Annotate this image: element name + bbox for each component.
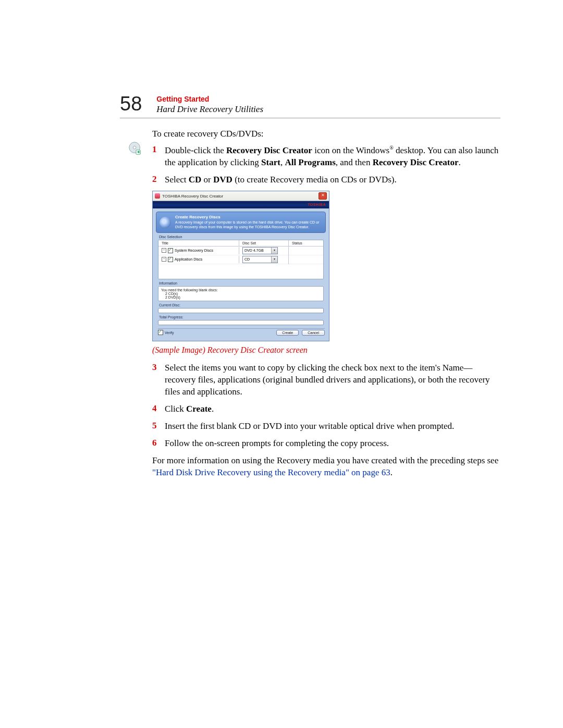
checkbox-icon <box>158 330 163 335</box>
row-status <box>289 250 323 252</box>
page-number: 58 <box>120 94 142 114</box>
page-header: 58 Getting Started Hard Drive Recovery U… <box>120 94 500 118</box>
disc-shortcut-icon <box>128 141 143 156</box>
dialog-button-bar: Verify Create Cancel <box>158 328 325 338</box>
col-status: Status <box>289 240 323 246</box>
footer-paragraph: For more information on using the Recove… <box>152 455 500 479</box>
app-icon <box>155 193 160 199</box>
chevron-down-icon: ▾ <box>271 256 277 263</box>
step-body: Insert the first blank CD or DVD into yo… <box>165 421 500 433</box>
information-text: You need the following blank discs: 2 CD… <box>158 286 324 301</box>
step-3: 3 Select the items you want to copy by c… <box>152 362 500 398</box>
disc-icon <box>160 217 171 228</box>
brand-bar: TOSHIBA <box>153 201 329 208</box>
step-number: 6 <box>152 438 165 448</box>
step-5: 5 Insert the first blank CD or DVD into … <box>152 421 500 433</box>
recovery-disc-creator-dialog: TOSHIBA Recovery Disc Creator ✕ TOSHIBA … <box>152 191 329 341</box>
row-checkbox[interactable] <box>168 257 173 262</box>
step-body: Select CD or DVD (to create Recovery med… <box>165 174 500 186</box>
grid-empty-area <box>158 264 323 279</box>
disc-selection-label: Disc Selection <box>159 235 329 239</box>
cross-reference-link[interactable]: "Hard Disk Drive Recovery using the Reco… <box>152 467 390 477</box>
information-label: Information <box>159 281 324 285</box>
step-number: 1 <box>152 144 165 155</box>
intro-text: To create recovery CDs/DVDs: <box>152 129 500 139</box>
step-body: Double-click the Recovery Disc Creator i… <box>165 144 500 169</box>
step-body: Click Create. <box>165 403 500 415</box>
chevron-down-icon: ▾ <box>271 248 277 254</box>
window-title: TOSHIBA Recovery Disc Creator <box>162 194 319 199</box>
row-status <box>289 258 323 261</box>
toshiba-logo-text: TOSHIBA <box>308 203 326 206</box>
step-number: 4 <box>152 403 165 414</box>
titlebar: TOSHIBA Recovery Disc Creator ✕ <box>153 191 329 201</box>
step-body: Follow the on-screen prompts for complet… <box>165 438 500 450</box>
total-progress-label: Total Progress: <box>159 315 324 319</box>
grid-row: − System Recovery Discs DVD 4.7GB ▾ <box>158 246 323 255</box>
verify-checkbox[interactable]: Verify <box>158 330 174 335</box>
step-6: 6 Follow the on-screen prompts for compl… <box>152 438 500 450</box>
manual-page: 58 Getting Started Hard Drive Recovery U… <box>0 0 563 515</box>
figure-caption: (Sample Image) Recovery Disc Creator scr… <box>152 346 500 355</box>
section-title: Getting Started <box>156 95 263 103</box>
banner-text: Create Recovery Discs A recovery image o… <box>175 215 322 230</box>
disc-selection-grid: Title Disc Set Status − System Recovery … <box>158 240 324 279</box>
information-section: Information You need the following blank… <box>158 281 324 301</box>
step-body: Select the items you want to copy by cli… <box>165 362 500 398</box>
tree-toggle[interactable]: − <box>162 248 166 253</box>
svg-point-1 <box>133 146 136 149</box>
banner: Create Recovery Discs A recovery image o… <box>156 212 326 233</box>
total-progress-section: Total Progress: <box>158 315 324 325</box>
tree-toggle[interactable]: − <box>162 257 166 262</box>
step-number: 5 <box>152 421 165 431</box>
current-disc-progress <box>158 308 324 313</box>
step-number: 3 <box>152 362 165 373</box>
create-button[interactable]: Create <box>276 330 299 336</box>
cancel-button[interactable]: Cancel <box>302 330 325 336</box>
col-title: Title <box>158 240 239 246</box>
row-checkbox[interactable] <box>168 248 173 253</box>
col-disc-set: Disc Set <box>239 240 289 246</box>
total-progress-bar <box>158 320 324 325</box>
disc-set-dropdown[interactable]: DVD 4.7GB ▾ <box>242 247 278 254</box>
row-label: System Recovery Discs <box>175 249 213 252</box>
step-number: 2 <box>152 174 165 184</box>
step-2: 2 Select CD or DVD (to create Recovery m… <box>152 174 500 186</box>
verify-label: Verify <box>165 331 174 335</box>
current-disc-section: Current Disc: <box>158 303 324 313</box>
grid-row: − Application Discs CD ▾ <box>158 255 323 264</box>
banner-title: Create Recovery Discs <box>175 215 322 220</box>
step-1: 1 Double-click the Recovery Disc Creator… <box>152 144 500 169</box>
embedded-dialog-figure: TOSHIBA Recovery Disc Creator ✕ TOSHIBA … <box>152 191 329 341</box>
row-label: Application Discs <box>175 257 202 261</box>
current-disc-label: Current Disc: <box>159 303 324 307</box>
disc-set-dropdown[interactable]: CD ▾ <box>242 256 278 263</box>
close-button[interactable]: ✕ <box>319 192 327 200</box>
step-4: 4 Click Create. <box>152 403 500 415</box>
section-subtitle: Hard Drive Recovery Utilities <box>156 104 263 115</box>
banner-description: A recovery image of your computer is sto… <box>175 220 322 230</box>
header-text-block: Getting Started Hard Drive Recovery Util… <box>156 94 263 115</box>
